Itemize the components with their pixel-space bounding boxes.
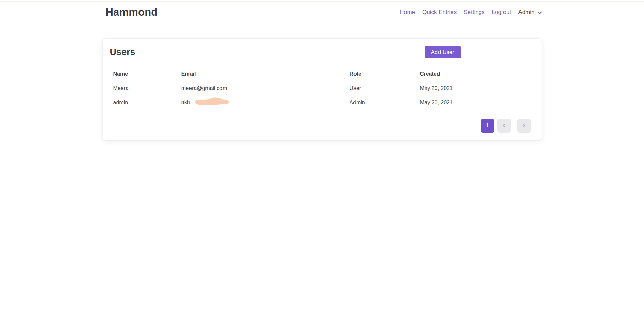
chevron-right-icon: [523, 123, 526, 128]
column-header-created: Created: [416, 68, 535, 81]
users-table-head: Name Email Role Created: [109, 68, 535, 81]
chevron-down-icon: [537, 11, 542, 14]
add-user-button[interactable]: Add User: [425, 46, 461, 58]
nav-item-logout[interactable]: Log out: [492, 9, 511, 16]
page-title: Users: [110, 47, 135, 57]
cell-role: Admin: [345, 95, 416, 110]
email-visible-prefix: akh: [181, 99, 190, 105]
main-nav: Home Quick Entries Settings Log out Admi…: [400, 9, 542, 16]
main-content: Users Add User Name Email Role Created: [0, 38, 644, 140]
column-header-name: Name: [109, 68, 177, 81]
top-navbar: Hammond Home Quick Entries Settings Log …: [0, 0, 644, 22]
cell-email: meera@gmail.com: [177, 81, 346, 95]
cell-name: admin: [109, 95, 177, 110]
column-header-role: Role: [345, 68, 416, 81]
user-menu-dropdown[interactable]: Admin: [518, 9, 542, 16]
table-row: Meera meera@gmail.com User May 20, 2021: [109, 81, 535, 95]
window-top-hairline: [0, 1, 644, 2]
users-table: Name Email Role Created Meera meera@gmai…: [109, 68, 535, 110]
users-card: Users Add User Name Email Role Created: [102, 38, 542, 140]
cell-created: May 20, 2021: [416, 95, 535, 110]
cell-role: User: [345, 81, 416, 95]
pagination-next-button[interactable]: [517, 119, 531, 133]
cell-email: akh: [177, 95, 346, 110]
chevron-left-icon: [502, 123, 506, 128]
cell-created: May 20, 2021: [416, 81, 535, 95]
cell-name: Meera: [109, 81, 177, 95]
column-header-email: Email: [177, 68, 346, 81]
nav-item-settings[interactable]: Settings: [464, 9, 484, 16]
pagination: 1: [109, 119, 531, 133]
email-redaction-blob: [191, 97, 235, 106]
nav-item-quick-entries[interactable]: Quick Entries: [422, 9, 457, 16]
brand-logo[interactable]: Hammond: [106, 6, 158, 18]
table-row: admin akh Admin May 20, 2021: [109, 95, 535, 110]
pagination-page-1-button[interactable]: 1: [481, 119, 494, 133]
user-menu-label: Admin: [518, 9, 534, 16]
nav-item-home[interactable]: Home: [400, 9, 415, 16]
users-card-header: Users Add User: [109, 46, 535, 58]
page: Hammond Home Quick Entries Settings Log …: [0, 0, 644, 317]
pagination-prev-button[interactable]: [497, 119, 511, 133]
